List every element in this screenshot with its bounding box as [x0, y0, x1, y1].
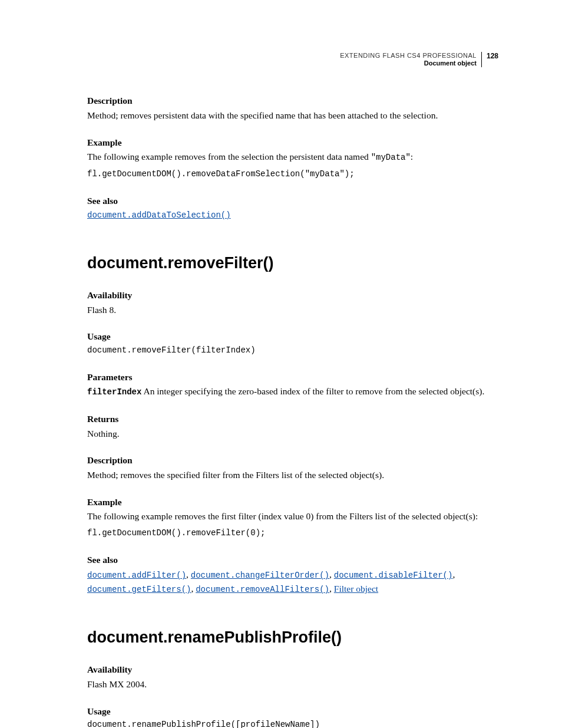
header-text-block: EXTENDING FLASH CS4 PROFESSIONAL Documen…: [340, 52, 482, 67]
label-see-also-2: See also: [87, 554, 498, 566]
example-intro-code: "myData": [371, 153, 411, 162]
availability-text: Flash 8.: [87, 304, 498, 317]
header-book-title: EXTENDING FLASH CS4 PROFESSIONAL: [340, 52, 477, 60]
label-see-also: See also: [87, 195, 498, 207]
link-change-filter-order[interactable]: document.changeFilterOrder(): [191, 571, 329, 580]
label-example: Example: [87, 136, 498, 149]
separator: ,: [329, 569, 334, 579]
returns-text: Nothing.: [87, 427, 498, 440]
link-get-filters[interactable]: document.getFilters(): [87, 585, 191, 594]
running-header: EXTENDING FLASH CS4 PROFESSIONAL Documen…: [87, 52, 498, 67]
usage-code-3: document.renamePublishProfile([profileNe…: [87, 719, 498, 728]
separator: ,: [186, 569, 191, 579]
label-example-2: Example: [87, 496, 498, 509]
example-intro: The following example removes from the s…: [87, 150, 498, 164]
param-name-filterindex: filterIndex: [87, 387, 141, 397]
description-text-2: Method; removes the specified filter fro…: [87, 469, 498, 482]
separator: ,: [452, 569, 455, 579]
example-code-block-2: fl.getDocumentDOM().removeFilter(0);: [87, 528, 498, 539]
label-usage: Usage: [87, 330, 498, 343]
page-content: Description Method; removes persistent d…: [87, 94, 498, 728]
see-also-links-2: document.addFilter(), document.changeFil…: [87, 568, 498, 596]
usage-code: document.removeFilter(filterIndex): [87, 345, 498, 357]
label-description: Description: [87, 94, 498, 107]
link-remove-all-filters[interactable]: document.removeAllFilters(): [196, 585, 329, 594]
page-number: 128: [482, 52, 498, 60]
example-intro-pre: The following example removes from the s…: [87, 151, 371, 162]
label-usage-3: Usage: [87, 705, 498, 718]
example-intro-post: :: [411, 151, 413, 162]
label-description-2: Description: [87, 454, 498, 467]
label-availability-3: Availability: [87, 663, 498, 676]
link-disable-filter[interactable]: document.disableFilter(): [334, 571, 453, 580]
link-add-filter[interactable]: document.addFilter(): [87, 571, 186, 580]
header-chapter-title: Document object: [340, 60, 477, 67]
label-returns: Returns: [87, 413, 498, 426]
availability-text-3: Flash MX 2004.: [87, 678, 498, 691]
description-text: Method; removes persistent data with the…: [87, 109, 498, 122]
separator: ,: [329, 584, 334, 594]
link-add-data-to-selection[interactable]: document.addDataToSelection(): [87, 210, 231, 220]
param-desc-filterindex: An integer specifying the zero-based ind…: [141, 386, 484, 396]
see-also-links: document.addDataToSelection(): [87, 209, 498, 222]
example-intro-2: The following example removes the first …: [87, 510, 498, 523]
heading-remove-filter: document.removeFilter(): [87, 252, 498, 275]
label-parameters: Parameters: [87, 371, 498, 384]
page-container: EXTENDING FLASH CS4 PROFESSIONAL Documen…: [0, 0, 562, 728]
example-code-block: fl.getDocumentDOM().removeDataFromSelect…: [87, 169, 498, 180]
heading-rename-publish-profile: document.renamePublishProfile(): [87, 627, 498, 649]
label-availability: Availability: [87, 289, 498, 302]
parameter-row: filterIndex An integer specifying the ze…: [87, 385, 498, 398]
link-filter-object[interactable]: Filter object: [334, 584, 378, 594]
